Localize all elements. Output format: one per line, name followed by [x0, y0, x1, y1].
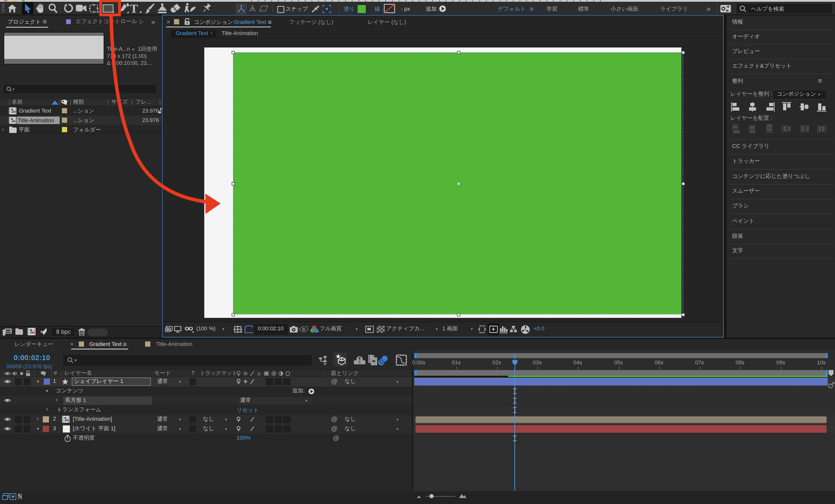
svg-text:fx: fx — [258, 371, 261, 376]
